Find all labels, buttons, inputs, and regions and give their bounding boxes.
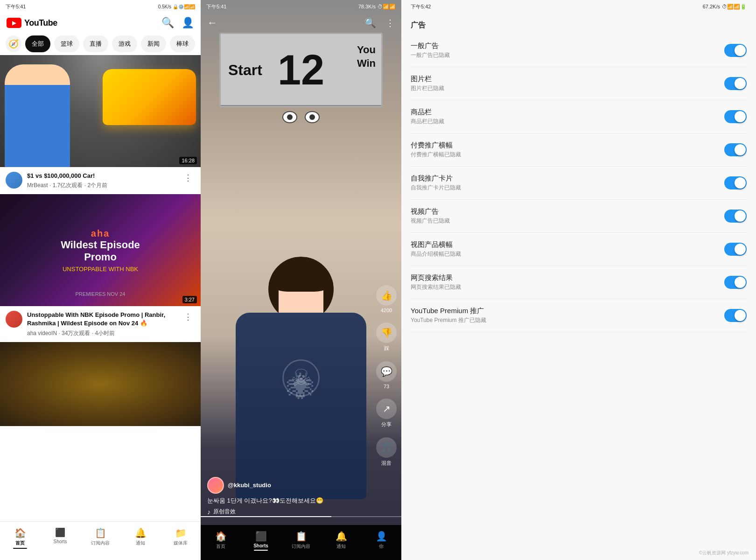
character-body: 🕷 ☠ xyxy=(236,313,366,499)
settings-list: 一般广告 一般广告已隐藏 图片栏 图片栏已隐藏 商品栏 商品栏已隐藏 xyxy=(401,34,756,544)
toggle-3[interactable] xyxy=(724,143,747,156)
setting-sub-6: 商品介绍横幅已隐藏 xyxy=(411,250,724,258)
nav-shorts-1[interactable]: ⬛ Shorts xyxy=(40,525,80,551)
nav-shorts-2[interactable]: ⬛ Shorts xyxy=(241,529,281,553)
clock-container: Start 12 You Win xyxy=(219,33,383,107)
video-thumb-1[interactable]: 16:28 xyxy=(0,55,201,167)
nav-profile-2[interactable]: 👤 你 xyxy=(361,529,401,553)
account-icon[interactable]: 👤 xyxy=(182,17,194,29)
status-bar-1: 下午5:41 0.5K/s 🔒⚙️📶📶 xyxy=(0,0,201,13)
mrbeast-face xyxy=(5,64,70,167)
setting-title-5: 视频广告 xyxy=(411,207,724,216)
video-sub-2: aha videoIN · 34万次观看 · 4小时前 xyxy=(27,329,176,337)
more-btn-1[interactable]: ⋮ xyxy=(181,172,195,184)
category-live[interactable]: 直播 xyxy=(83,35,108,52)
video-item-1[interactable]: 16:28 $1 vs $100,000,000 Car! MrBeast · … xyxy=(0,55,201,194)
setting-title-7: 网页搜索结果 xyxy=(411,273,724,282)
like-button[interactable]: 👍 4200 xyxy=(376,285,397,313)
pupil-left xyxy=(287,114,293,120)
setting-text-0: 一般广告 一般广告已隐藏 xyxy=(411,42,724,59)
clock-you-win: You Win xyxy=(357,43,376,70)
setting-sub-5: 视频广告已隐藏 xyxy=(411,217,724,225)
share-button[interactable]: ↗ 分享 xyxy=(376,399,397,428)
nav-notifications-2[interactable]: 🔔 通知 xyxy=(321,529,361,553)
category-baseball[interactable]: 棒球 xyxy=(170,35,195,52)
setting-yt-premium: YouTube Premium 推广 YouTube Premium 推广已隐藏 xyxy=(411,299,747,332)
nav-notifications-1[interactable]: 🔔 通知 xyxy=(120,525,161,551)
video-thumb-3[interactable] xyxy=(0,342,201,426)
home-icon: 🏠 xyxy=(14,527,26,539)
nav-label-lib: 媒体库 xyxy=(174,540,188,546)
youtube-logo-icon xyxy=(7,18,21,28)
video-item-2[interactable]: aha Wildest EpisodePromo UNSTOPPABLE WIT… xyxy=(0,194,201,342)
category-gaming[interactable]: 游戏 xyxy=(112,35,137,52)
shorts-video[interactable]: Start 12 You Win xyxy=(201,0,401,560)
bell-icon-1: 🔔 xyxy=(135,527,147,539)
speed-1: 0.5K/s xyxy=(158,4,171,9)
setting-web-search: 网页搜索结果 网页搜索结果已隐藏 xyxy=(411,266,747,299)
nav-home-2[interactable]: 🏠 首页 xyxy=(201,529,241,553)
toggle-2[interactable] xyxy=(724,110,747,123)
back-button[interactable]: ← xyxy=(207,17,217,29)
toggle-7[interactable] xyxy=(724,276,747,289)
video-meta-2: Unstoppable With NBK Episode Promo | Ran… xyxy=(27,311,176,337)
setting-sub-1: 图片栏已隐藏 xyxy=(411,84,724,92)
explore-icon-btn[interactable]: 🧭 xyxy=(6,35,21,52)
channel-avatar-shorts xyxy=(207,477,224,494)
comment-button[interactable]: 💬 73 xyxy=(376,361,397,389)
bell-icon-2: 🔔 xyxy=(336,531,347,542)
toggle-4[interactable] xyxy=(724,176,747,189)
home-icon-2: 🏠 xyxy=(215,531,227,542)
time-1: 下午5:41 xyxy=(6,3,26,10)
channel-name-shorts: @kkubi_studio xyxy=(228,482,271,489)
shorts-progress-bar[interactable] xyxy=(201,516,401,517)
video-meta-1: $1 vs $100,000,000 Car! MrBeast · 1.7亿次观… xyxy=(27,172,176,189)
toggle-1[interactable] xyxy=(724,77,747,90)
youtube-logo-text: YouTube xyxy=(24,18,57,28)
setting-text-4: 自我推广卡片 自我推广卡片已隐藏 xyxy=(411,174,724,192)
dislike-button[interactable]: 👎 踩 xyxy=(376,322,397,352)
ep-title: Wildest EpisodePromo xyxy=(61,239,140,264)
video-thumb-2[interactable]: aha Wildest EpisodePromo UNSTOPPABLE WIT… xyxy=(0,194,201,306)
nav-library-1[interactable]: 📁 媒体库 xyxy=(161,525,201,551)
category-all[interactable]: 全部 xyxy=(25,35,50,52)
search-icon[interactable]: 🔍 xyxy=(161,17,174,29)
toggle-5[interactable] xyxy=(724,210,747,223)
category-basketball[interactable]: 篮球 xyxy=(54,35,79,52)
audio-name: 原创音效 xyxy=(213,508,236,516)
thumb-content-2: aha Wildest EpisodePromo UNSTOPPABLE WIT… xyxy=(0,194,201,306)
more-icon-shorts[interactable]: ⋮ xyxy=(385,17,395,28)
clock-divider xyxy=(221,105,381,106)
nav-label-home: 首页 xyxy=(15,540,25,546)
status-icons-1: 0.5K/s 🔒⚙️📶📶 xyxy=(158,4,195,9)
mix-button[interactable]: 🎵 混音 xyxy=(376,437,397,467)
toggle-6[interactable] xyxy=(724,243,747,256)
more-btn-2[interactable]: ⋮ xyxy=(181,311,195,323)
video-title-1: $1 vs $100,000,000 Car! xyxy=(27,172,176,180)
shorts-bottom-nav: 🏠 首页 ⬛ Shorts 📋 订阅内容 🔔 通知 👤 你 xyxy=(201,525,401,560)
toggle-8[interactable] xyxy=(724,309,747,322)
setting-product-bar: 商品栏 商品栏已隐藏 xyxy=(411,100,747,133)
watermark-container: ©云帆资源网 yfzyw.com xyxy=(401,544,756,560)
youtube-header-icons: 🔍 👤 xyxy=(161,17,194,29)
video-info-1: $1 vs $100,000,000 Car! MrBeast · 1.7亿次观… xyxy=(0,167,201,194)
ep-subtitle: UNSTOPPABLE WITH NBK xyxy=(63,266,138,273)
time-3: 下午5:42 xyxy=(411,3,431,10)
nav-subscriptions-2[interactable]: 📋 订阅内容 xyxy=(281,529,321,553)
subscriptions-icon-2: 📋 xyxy=(295,531,307,542)
mix-label: 混音 xyxy=(381,460,392,467)
nav-home-1[interactable]: 🏠 首页 xyxy=(0,525,40,551)
nav-label-sub: 订阅内容 xyxy=(91,540,110,546)
nav-subscriptions-1[interactable]: 📋 订阅内容 xyxy=(80,525,120,551)
category-news[interactable]: 新闻 xyxy=(141,35,166,52)
youtube-shorts-panel: 下午5:41 78.3K/s ⏱📶📶 ← 🔍 ⋮ Start 12 You Wi… xyxy=(201,0,401,560)
library-icon-1: 📁 xyxy=(175,527,187,539)
youtube-header: YouTube 🔍 👤 xyxy=(0,13,201,33)
search-icon-shorts[interactable]: 🔍 xyxy=(364,17,376,28)
setting-text-7: 网页搜索结果 网页搜索结果已隐藏 xyxy=(411,273,724,291)
pupil-right xyxy=(309,114,315,120)
toggle-0[interactable] xyxy=(724,44,747,57)
subscriptions-icon-1: 📋 xyxy=(95,527,106,539)
nav-label-home-2: 首页 xyxy=(216,543,225,550)
video-item-3[interactable] xyxy=(0,342,201,426)
